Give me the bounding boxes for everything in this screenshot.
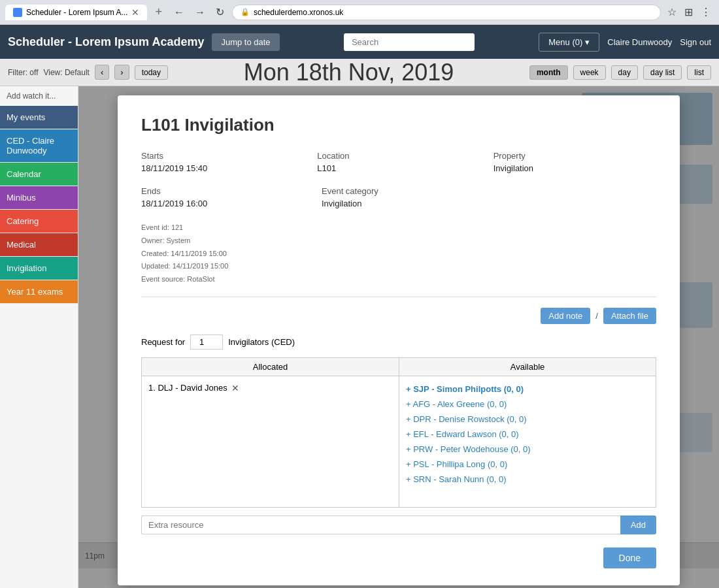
app-title: Scheduler - Lorem Ipsum Academy <box>8 35 204 49</box>
remove-allocated-button[interactable]: ✕ <box>231 383 239 393</box>
list-view-button[interactable]: list <box>687 65 711 80</box>
month-view-button[interactable]: month <box>529 65 568 80</box>
toolbar: Filter: off View: Default ‹ › today Mon … <box>0 59 719 86</box>
today-button[interactable]: today <box>135 65 168 80</box>
starts-group: Starts 18/11/2019 15:40 <box>141 151 304 173</box>
sidebar-item-medical[interactable]: Medical <box>0 233 78 257</box>
updated-value: 14/11/2019 15:00 <box>173 262 229 270</box>
day-view-button[interactable]: day <box>611 65 638 80</box>
nav-buttons: ← → ↻ <box>170 5 228 20</box>
menu-chevron-icon: ▾ <box>585 37 590 47</box>
modal-footer: Done <box>141 547 656 568</box>
next-button[interactable]: › <box>114 65 129 80</box>
event-modal: L101 Invigilation Starts 18/11/2019 15:4… <box>118 95 680 585</box>
address-bar[interactable]: 🔒 schedulerdemo.xronos.uk <box>232 5 661 20</box>
available-item-dpr[interactable]: + DPR - Denise Rowstock (0, 0) <box>406 413 649 425</box>
available-list: + SJP - Simon Philpotts (0, 0) + AFG - A… <box>399 376 656 507</box>
sidebar-item-label: Invigilation <box>7 263 46 273</box>
sidebar-item-label: Minibus <box>7 193 36 203</box>
owner-value: System <box>167 237 191 244</box>
modal-info-grid-2: Ends 18/11/2019 16:00 Event category Inv… <box>141 186 656 208</box>
sidebar-item-label: Year 11 exams <box>7 287 63 297</box>
sidebar-item-calendar[interactable]: Calendar <box>0 163 78 186</box>
sidebar-item-catering[interactable]: Catering <box>0 210 78 233</box>
available-item-afg[interactable]: + AFG - Alex Greene (0, 0) <box>406 398 649 410</box>
sign-out-button[interactable]: Sign out <box>680 37 711 47</box>
event-category-group: Event category Invigilation <box>322 186 656 208</box>
event-id-value: 121 <box>171 223 183 231</box>
modal-overlay: L101 Invigilation Starts 18/11/2019 15:4… <box>78 86 719 588</box>
attach-file-button[interactable]: Attach file <box>603 308 656 324</box>
week-view-button[interactable]: week <box>573 65 606 80</box>
sidebar-item-label: Medical <box>7 240 36 250</box>
sidebar-item-minibus[interactable]: Minibus <box>0 186 78 210</box>
allocated-header: Allocated <box>142 358 399 376</box>
browser-tab-bar: Scheduler - Lorem Ipsum A... ✕ + ← → ↻ 🔒… <box>0 0 719 25</box>
app-header: Scheduler - Lorem Ipsum Academy Jump to … <box>0 25 719 59</box>
browser-chrome: Scheduler - Lorem Ipsum A... ✕ + ← → ↻ 🔒… <box>0 0 719 25</box>
starts-value: 18/11/2019 15:40 <box>141 163 207 173</box>
prev-button[interactable]: ‹ <box>95 65 109 80</box>
event-source-value: RotaSlot <box>187 275 214 283</box>
tab-title: Scheduler - Lorem Ipsum A... <box>26 8 127 17</box>
extra-resource-input[interactable] <box>141 515 620 534</box>
sidebar-item-ced[interactable]: CED - Claire Dunwoody <box>0 129 78 163</box>
invigilators-label: Invigilators (CED) <box>228 337 295 347</box>
star-button[interactable]: ☆ <box>665 5 679 20</box>
available-item-psl[interactable]: + PSL - Phillipa Long (0, 0) <box>406 458 649 470</box>
request-count-input[interactable] <box>190 335 223 350</box>
request-for-label: Request for <box>141 337 185 347</box>
add-extra-resource-button[interactable]: Add <box>620 515 656 534</box>
event-source-label: Event source: <box>141 275 185 283</box>
location-value: L101 <box>317 163 336 173</box>
property-value: Invigilation <box>493 163 533 173</box>
sidebar-item-year11[interactable]: Year 11 exams <box>0 280 78 304</box>
available-item-sjp[interactable]: + SJP - Simon Philpotts (0, 0) <box>406 383 649 395</box>
allocated-list: 1. DLJ - David Jones ✕ <box>142 376 399 507</box>
created-label: Created: <box>141 250 169 257</box>
property-label: Property <box>493 151 656 161</box>
browser-action-buttons: ☆ ⊞ ⋮ <box>665 5 714 20</box>
allocated-index: 1. DLJ - David Jones <box>148 383 227 393</box>
available-item-efl[interactable]: + EFL - Edward Lawson (0, 0) <box>406 428 649 440</box>
location-group: Location L101 <box>317 151 480 173</box>
allocated-section: Allocated 1. DLJ - David Jones ✕ <box>142 358 399 507</box>
refresh-button[interactable]: ↻ <box>212 5 228 20</box>
modal-actions: Add note / Attach file <box>141 308 656 324</box>
lock-icon: 🔒 <box>241 8 250 16</box>
forward-button[interactable]: → <box>191 5 209 20</box>
updated-label: Updated: <box>141 262 171 270</box>
sidebar-item-label: CED - Claire Dunwoody <box>7 136 54 155</box>
modal-title: L101 Invigilation <box>141 115 656 135</box>
date-title: Mon 18th Nov, 2019 <box>173 59 524 86</box>
available-item-prw[interactable]: + PRW - Peter Wodehouse (0, 0) <box>406 443 649 455</box>
jump-to-date-button[interactable]: Jump to date <box>212 33 279 51</box>
sidebar-item-my-events[interactable]: My events <box>0 106 78 129</box>
search-input[interactable] <box>344 33 475 51</box>
sidebar-item-invigilation[interactable]: Invigilation <box>0 257 78 280</box>
add-note-button[interactable]: Add note <box>541 308 590 324</box>
extensions-button[interactable]: ⊞ <box>682 5 695 20</box>
sidebar-item-label: Calendar <box>7 169 41 179</box>
back-button[interactable]: ← <box>170 5 188 20</box>
created-value: 14/11/2019 15:00 <box>171 250 227 257</box>
location-label: Location <box>317 151 480 161</box>
done-button[interactable]: Done <box>603 547 656 568</box>
sidebar-item-label: My events <box>7 112 45 122</box>
available-header: Available <box>399 358 656 376</box>
event-category-label: Event category <box>322 186 656 196</box>
tab-close-button[interactable]: ✕ <box>131 7 139 18</box>
modal-info-grid: Starts 18/11/2019 15:40 Location L101 Pr… <box>141 151 656 173</box>
menu-button[interactable]: Menu (0) ▾ <box>539 33 599 52</box>
request-row: Request for Invigilators (CED) <box>141 335 656 350</box>
address-text: schedulerdemo.xronos.uk <box>254 8 343 17</box>
available-section: Available + SJP - Simon Philpotts (0, 0)… <box>399 358 656 507</box>
more-button[interactable]: ⋮ <box>698 5 714 20</box>
add-watch-button[interactable]: Add watch it... <box>0 86 78 106</box>
day-list-view-button[interactable]: day list <box>643 65 682 80</box>
available-item-srn[interactable]: + SRN - Sarah Nunn (0, 0) <box>406 473 649 485</box>
filter-label: Filter: off <box>8 68 38 77</box>
property-group: Property Invigilation <box>493 151 656 173</box>
new-tab-button[interactable]: + <box>151 4 166 20</box>
ends-label: Ends <box>141 186 309 196</box>
